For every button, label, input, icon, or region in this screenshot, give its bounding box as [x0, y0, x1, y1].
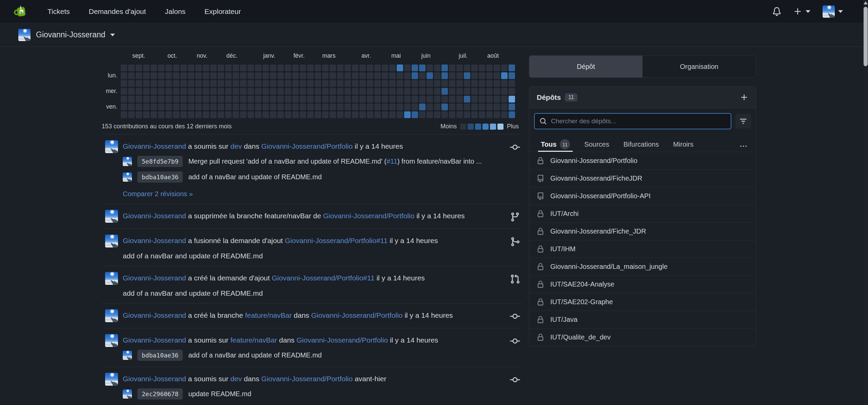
repo-list-item[interactable]: Giovanni-Josserand/FicheJDR [529, 169, 756, 187]
feed-headline-link[interactable]: Giovanni-Josserand/Portfolio#11 [272, 274, 374, 282]
heatmap-cell[interactable] [270, 65, 276, 71]
heatmap-cell[interactable] [165, 88, 172, 95]
heatmap-cell[interactable] [389, 104, 396, 110]
heatmap-cell[interactable] [471, 65, 478, 71]
heatmap-cell[interactable] [509, 96, 515, 103]
heatmap-cell[interactable] [374, 88, 381, 95]
heatmap-cell[interactable] [501, 72, 508, 79]
heatmap-cell[interactable] [307, 72, 314, 79]
heatmap-cell[interactable] [165, 111, 172, 118]
heatmap-cell[interactable] [382, 80, 388, 87]
actor-avatar[interactable] [105, 235, 118, 247]
heatmap-cell[interactable] [300, 96, 306, 103]
heatmap-cell[interactable] [434, 96, 440, 103]
heatmap-cell[interactable] [344, 65, 351, 71]
heatmap-cell[interactable] [479, 104, 485, 110]
heatmap-cell[interactable] [352, 65, 358, 71]
navbar-item-tickets[interactable]: Tickets [47, 7, 70, 16]
heatmap-cell[interactable] [449, 80, 455, 87]
feed-headline-link[interactable]: Giovanni-Josserand [123, 274, 186, 282]
heatmap-cell[interactable] [486, 88, 493, 95]
heatmap-cell[interactable] [456, 65, 463, 71]
feed-headline-link[interactable]: Giovanni-Josserand/Portfolio [261, 375, 353, 383]
heatmap-cell[interactable] [188, 80, 194, 87]
heatmap-cell[interactable] [151, 65, 157, 71]
heatmap-cell[interactable] [270, 80, 276, 87]
heatmap-cell[interactable] [173, 88, 179, 95]
heatmap-cell[interactable] [367, 111, 373, 118]
heatmap-cell[interactable] [136, 96, 142, 103]
heatmap-cell[interactable] [136, 111, 142, 118]
heatmap-cell[interactable] [374, 96, 381, 103]
actor-avatar[interactable] [105, 309, 118, 322]
heatmap-cell[interactable] [441, 96, 448, 103]
heatmap-cell[interactable] [203, 72, 209, 79]
heatmap-cell[interactable] [210, 111, 217, 118]
heatmap-cell[interactable] [277, 96, 284, 103]
heatmap-cell[interactable] [143, 104, 150, 110]
heatmap-cell[interactable] [434, 80, 440, 87]
heatmap-cell[interactable] [195, 104, 202, 110]
heatmap-cell[interactable] [494, 96, 500, 103]
feed-headline-link[interactable]: Giovanni-Josserand [123, 237, 186, 244]
heatmap-cell[interactable] [397, 80, 403, 87]
heatmap-cell[interactable] [158, 65, 164, 71]
heatmap-cell[interactable] [277, 104, 284, 110]
feed-headline-link[interactable]: Giovanni-Josserand [123, 375, 186, 383]
heatmap-cell[interactable] [412, 72, 418, 79]
heatmap-cell[interactable] [307, 104, 314, 110]
heatmap-cell[interactable] [285, 88, 291, 95]
heatmap-cell[interactable] [344, 72, 351, 79]
heatmap-cell[interactable] [449, 88, 455, 95]
heatmap-cell[interactable] [479, 65, 485, 71]
heatmap-cell[interactable] [322, 65, 329, 71]
heatmap-cell[interactable] [479, 80, 485, 87]
heatmap-cell[interactable] [143, 80, 150, 87]
heatmap-cell[interactable] [494, 65, 500, 71]
heatmap-cell[interactable] [210, 104, 217, 110]
heatmap-cell[interactable] [143, 88, 150, 95]
heatmap-cell[interactable] [240, 104, 246, 110]
heatmap-cell[interactable] [337, 80, 343, 87]
heatmap-cell[interactable] [494, 80, 500, 87]
heatmap-cell[interactable] [285, 111, 291, 118]
heatmap-cell[interactable] [337, 72, 343, 79]
heatmap-cell[interactable] [382, 88, 388, 95]
heatmap-cell[interactable] [441, 88, 448, 95]
heatmap-cell[interactable] [464, 88, 470, 95]
heatmap-cell[interactable] [262, 96, 269, 103]
heatmap-cell[interactable] [195, 72, 202, 79]
heatmap-cell[interactable] [240, 96, 246, 103]
commit-sha[interactable]: bdba10ae36 [137, 350, 183, 361]
repo-list-item[interactable]: IUT/IHM [529, 240, 756, 258]
heatmap-cell[interactable] [255, 65, 261, 71]
gitea-logo-icon[interactable] [14, 4, 28, 19]
feed-headline-link[interactable]: Giovanni-Josserand/Portfolio [311, 311, 403, 319]
heatmap-cell[interactable] [225, 104, 232, 110]
heatmap-cell[interactable] [456, 111, 463, 118]
heatmap-cell[interactable] [479, 88, 485, 95]
heatmap-cell[interactable] [359, 65, 366, 71]
heatmap-cell[interactable] [449, 111, 455, 118]
heatmap-cell[interactable] [218, 96, 224, 103]
heatmap-cell[interactable] [225, 111, 232, 118]
heatmap-cell[interactable] [188, 65, 194, 71]
repo-filter-button[interactable] [735, 114, 751, 129]
heatmap-cell[interactable] [471, 111, 478, 118]
heatmap-cell[interactable] [330, 104, 336, 110]
heatmap-cell[interactable] [195, 80, 202, 87]
feed-headline-link[interactable]: Giovanni-Josserand [123, 336, 186, 344]
heatmap-cell[interactable] [270, 88, 276, 95]
context-username[interactable]: Giovanni-Josserand [36, 30, 105, 39]
heatmap-cell[interactable] [501, 65, 508, 71]
heatmap-cell[interactable] [248, 65, 254, 71]
heatmap-cell[interactable] [151, 104, 157, 110]
feed-headline-link[interactable]: Giovanni-Josserand/Portfolio [296, 336, 388, 344]
commit-sha[interactable]: 2ec2960678 [137, 388, 183, 400]
heatmap-cell[interactable] [203, 65, 209, 71]
heatmap-cell[interactable] [412, 111, 418, 118]
heatmap-cell[interactable] [322, 80, 329, 87]
heatmap-cell[interactable] [367, 80, 373, 87]
heatmap-cell[interactable] [300, 80, 306, 87]
heatmap-cell[interactable] [173, 65, 179, 71]
